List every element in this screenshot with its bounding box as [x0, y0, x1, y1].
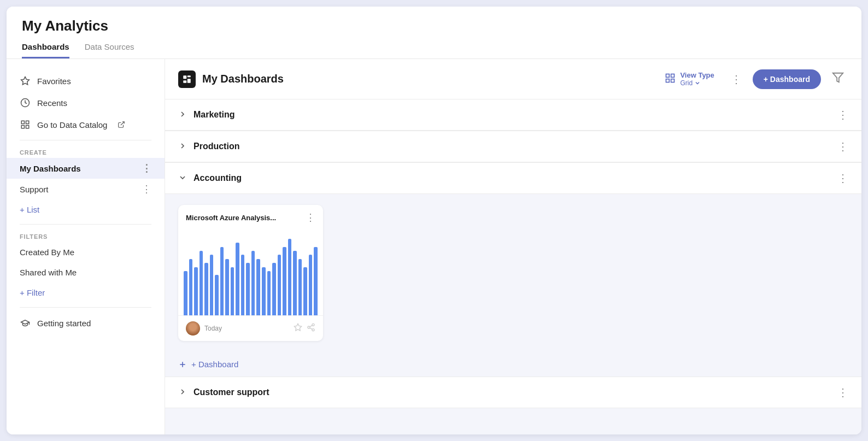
chart-bar [184, 271, 187, 315]
view-type-button[interactable]: View Type Grid [659, 68, 719, 90]
chart-bar [267, 271, 271, 315]
svg-marker-15 [833, 73, 843, 83]
star-outline-icon[interactable] [294, 323, 302, 334]
panel-more-options[interactable]: ⋮ [726, 70, 746, 88]
filter-created-by-me[interactable]: Created By Me [7, 242, 165, 262]
accounting-header[interactable]: Accounting ⋮ [165, 162, 861, 194]
svg-rect-8 [187, 75, 191, 77]
external-link-icon [116, 119, 127, 130]
card-chart [178, 228, 323, 315]
data-catalog-label: Go to Data Catalog [37, 120, 107, 130]
star-icon [20, 75, 31, 86]
sidebar-item-my-dashboards[interactable]: My Dashboards ⋮ [7, 158, 165, 179]
accounting-chevron [178, 173, 187, 184]
tab-data-sources[interactable]: Data Sources [85, 42, 134, 58]
svg-rect-11 [666, 74, 670, 78]
sidebar: Favorites Recents Go to Data Catalog [7, 59, 165, 434]
accounting-cards-grid: Microsoft Azure Analysis... ⋮ [165, 194, 861, 352]
dashboard-card-azure[interactable]: Microsoft Azure Analysis... ⋮ [178, 205, 323, 341]
sidebar-add-list[interactable]: + List [7, 199, 165, 220]
chart-bar [314, 247, 318, 315]
support-label: Support [20, 185, 49, 194]
marketing-name: Marketing [193, 110, 831, 120]
svg-line-6 [121, 122, 124, 125]
filter-shared-with-me[interactable]: Shared with Me [7, 262, 165, 283]
sidebar-item-getting-started[interactable]: Getting started [7, 312, 165, 334]
customer-support-name: Customer support [193, 387, 831, 397]
avatar [186, 321, 200, 336]
svg-rect-4 [21, 126, 24, 128]
chart-bar [251, 251, 255, 315]
sidebar-item-recents[interactable]: Recents [7, 92, 165, 114]
card-footer: Today [178, 315, 323, 341]
accounting-dots[interactable]: ⋮ [837, 172, 848, 185]
create-section-label: CREATE [7, 145, 165, 158]
chart-bar [236, 243, 239, 315]
chart-bar [288, 239, 292, 315]
sidebar-item-data-catalog[interactable]: Go to Data Catalog [7, 114, 165, 136]
panel-title-icon [178, 70, 196, 88]
svg-rect-10 [183, 80, 186, 83]
filters-section-label: FILTERS [7, 229, 165, 242]
add-dashboard-link[interactable]: + Dashboard [165, 352, 861, 377]
chart-bar [225, 259, 229, 315]
my-dashboards-label: My Dashboards [20, 164, 81, 173]
card-title: Microsoft Azure Analysis... [186, 214, 276, 222]
svg-rect-3 [26, 121, 29, 124]
chart-bar [298, 259, 302, 315]
main-content: Favorites Recents Go to Data Catalog [7, 59, 861, 434]
tabs-bar: Dashboards Data Sources [22, 42, 846, 58]
view-type-value: Grid [680, 79, 714, 87]
customer-support-dots[interactable]: ⋮ [837, 386, 848, 399]
sidebar-item-support[interactable]: Support ⋮ [7, 179, 165, 199]
group-marketing[interactable]: Marketing ⋮ [165, 99, 861, 131]
svg-point-19 [312, 329, 314, 331]
card-footer-right [294, 323, 315, 334]
avatar-image [186, 321, 200, 336]
sidebar-divider-filters [20, 224, 151, 225]
svg-rect-5 [26, 126, 29, 128]
support-dots[interactable]: ⋮ [142, 184, 151, 194]
chart-bar [309, 255, 313, 315]
production-dots[interactable]: ⋮ [837, 140, 848, 153]
app-title: My Analytics [22, 17, 846, 34]
group-customer-support[interactable]: Customer support ⋮ [165, 377, 861, 408]
add-dashboard-link-label: + Dashboard [191, 360, 238, 369]
my-dashboards-dots[interactable]: ⋮ [142, 163, 151, 173]
favorites-label: Favorites [37, 77, 71, 86]
chart-bar [231, 267, 234, 315]
chart-bar [220, 247, 224, 315]
tab-dashboards[interactable]: Dashboards [22, 42, 69, 58]
filter-icon-button[interactable] [828, 69, 848, 89]
view-type-grid-icon [665, 73, 676, 85]
chart-bar [194, 267, 198, 315]
sidebar-add-filter[interactable]: + Filter [7, 283, 165, 303]
marketing-dots[interactable]: ⋮ [837, 108, 848, 121]
svg-point-18 [308, 326, 310, 328]
production-name: Production [193, 142, 831, 151]
chart-bar [204, 263, 208, 315]
sidebar-divider-bottom [20, 307, 151, 308]
svg-rect-9 [187, 79, 191, 83]
view-type-info: View Type Grid [680, 71, 714, 87]
marketing-chevron [178, 110, 187, 120]
app-header: My Analytics Dashboards Data Sources [7, 7, 861, 59]
share-icon[interactable] [307, 323, 315, 334]
chart-bar [246, 263, 250, 315]
panel-actions: View Type Grid ⋮ + Dashboard [659, 68, 848, 90]
chart-bar [215, 275, 219, 315]
graduation-icon [20, 317, 31, 328]
group-production[interactable]: Production ⋮ [165, 131, 861, 162]
chart-bar [210, 255, 214, 315]
accounting-name: Accounting [193, 173, 831, 183]
chart-bar [283, 247, 286, 315]
chart-bar [303, 267, 307, 315]
add-dashboard-button[interactable]: + Dashboard [753, 69, 821, 89]
card-header: Microsoft Azure Analysis... ⋮ [178, 205, 323, 228]
svg-marker-0 [21, 77, 30, 85]
card-dots[interactable]: ⋮ [306, 211, 315, 224]
sidebar-item-favorites[interactable]: Favorites [7, 70, 165, 92]
group-accounting: Accounting ⋮ Microsoft Azure Analysis...… [165, 162, 861, 377]
svg-rect-2 [21, 121, 24, 124]
chart-bar [200, 251, 203, 315]
